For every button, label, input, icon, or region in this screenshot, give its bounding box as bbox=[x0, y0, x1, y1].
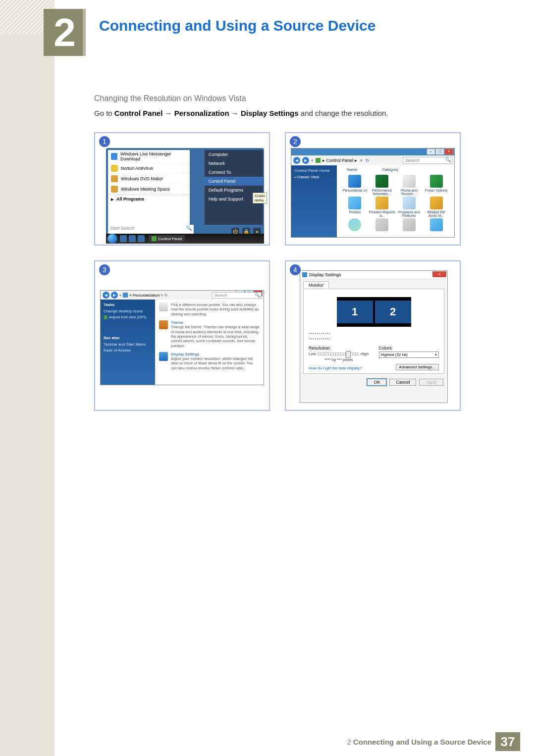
taskbar-icon[interactable] bbox=[129, 235, 136, 242]
place-control-panel[interactable]: Control Panel bbox=[205, 177, 263, 186]
cp-item[interactable] bbox=[423, 218, 449, 232]
ok-button[interactable]: OK bbox=[367, 379, 386, 386]
program-label: Norton AntiVirus bbox=[121, 166, 153, 171]
cp-item-realtek[interactable]: Realtek HD Audio M... bbox=[423, 197, 449, 217]
personalization-main: Pick a different mouse pointer. You can … bbox=[155, 300, 264, 385]
program-item[interactable]: Windows Live Messenger Download bbox=[108, 150, 190, 163]
section-text: Adjust your monitor resolution, which ch… bbox=[171, 356, 260, 370]
monitor-tab[interactable]: Monitor bbox=[303, 281, 329, 289]
resolution-label: Resolution: bbox=[309, 346, 369, 351]
cp-item[interactable] bbox=[396, 218, 423, 232]
section-mouse-pointers[interactable]: Pick a different mouse pointer. You can … bbox=[159, 302, 260, 316]
cp-item-performance[interactable]: Performance Informatio... bbox=[369, 175, 395, 196]
generic-icon bbox=[375, 218, 388, 231]
screenshot-3: 3 – ▢ × ◄ ► ▾ « Personalization ▾↻ Se bbox=[94, 260, 270, 411]
col-category[interactable]: Category bbox=[382, 167, 398, 172]
advanced-settings-button[interactable]: Advanced Settings... bbox=[396, 364, 439, 370]
cp-item-personalization[interactable]: Personalizati on bbox=[342, 175, 368, 196]
taskbar-start-link[interactable]: Taskbar and Start Menu bbox=[104, 342, 158, 347]
mouse-icon bbox=[159, 302, 168, 311]
program-item[interactable]: Norton AntiVirus bbox=[108, 163, 190, 174]
problem-icon bbox=[375, 197, 388, 209]
forward-button[interactable]: ► bbox=[111, 292, 118, 299]
section-display-settings[interactable]: Display SettingsAdjust your monitor reso… bbox=[159, 352, 260, 370]
footer-page-number: 37 bbox=[495, 732, 520, 751]
screenshot-4: 4 Display Settings × Monitor 1 2 *******… bbox=[285, 260, 461, 411]
cancel-button[interactable]: Cancel bbox=[389, 379, 416, 386]
slider-low: Low bbox=[309, 352, 316, 356]
realtek-icon bbox=[430, 197, 443, 209]
section-text: Pick a different mouse pointer. You can … bbox=[171, 302, 260, 316]
back-button[interactable]: ◄ bbox=[293, 157, 300, 164]
path-control-panel: Control Panel bbox=[114, 109, 163, 117]
taskbar-button-control-panel[interactable]: Control Panel bbox=[149, 235, 185, 242]
search-input[interactable]: Search bbox=[212, 292, 262, 299]
norton-icon bbox=[111, 165, 118, 172]
dialog-pane: 1 2 *********** *********** Resolution: … bbox=[303, 289, 444, 374]
window-controls: – ▢ × bbox=[427, 149, 453, 155]
adjust-font-size-link[interactable]: Adjust font size (DPI) bbox=[104, 315, 158, 319]
resolution-slider[interactable]: Low High bbox=[309, 352, 369, 356]
start-orb-icon[interactable] bbox=[107, 234, 117, 244]
taskbar-icon[interactable] bbox=[138, 235, 145, 242]
footer-chapter-num: 2 bbox=[347, 738, 351, 746]
taskbar-icon[interactable] bbox=[120, 235, 127, 242]
program-item[interactable]: Windows Meeting Space bbox=[108, 184, 190, 195]
cp-item-power[interactable]: Power Options bbox=[423, 175, 449, 196]
program-item[interactable]: Windows DVD Maker bbox=[108, 174, 190, 184]
cp-item[interactable] bbox=[369, 218, 395, 232]
cp-item-problem[interactable]: Problem Reports a... bbox=[369, 197, 395, 217]
screenshot-grid: 1 Windows Live Messenger Download Norton… bbox=[94, 132, 481, 411]
path-personalization: Personalization bbox=[174, 109, 229, 117]
section-theme[interactable]: ThemeChange the theme. Themes can change… bbox=[159, 320, 260, 348]
start-menu-places: Computer Network Connect To Control Pane… bbox=[205, 150, 263, 225]
display-icon bbox=[159, 352, 168, 361]
step-badge-2: 2 bbox=[290, 136, 301, 147]
minimize-button[interactable]: – bbox=[427, 149, 435, 155]
dialog-buttons: OK Cancel Apply bbox=[300, 377, 447, 388]
slider-thumb[interactable] bbox=[346, 351, 351, 358]
dialog-titlebar: Display Settings bbox=[300, 271, 447, 279]
monitor-preview[interactable]: 1 2 bbox=[337, 297, 411, 327]
cp-item-programs[interactable]: Programs and Features bbox=[396, 197, 423, 217]
maximize-button[interactable]: ▢ bbox=[435, 149, 444, 155]
arrow-icon: → bbox=[165, 109, 172, 117]
monitor-1[interactable]: 1 bbox=[337, 301, 373, 323]
breadcrumb[interactable]: ▸ Control Panel ▸ bbox=[322, 158, 357, 163]
all-programs[interactable]: All Programs bbox=[108, 195, 190, 203]
breadcrumb[interactable]: « Personalization bbox=[129, 293, 160, 298]
control-panel-window: – ▢ × ◄ ► ▾ ▸ Control Panel ▸ ▾ ↻ Search bbox=[291, 148, 455, 238]
colors-select[interactable]: Highest (32 bit) bbox=[379, 352, 439, 358]
messenger-icon bbox=[111, 153, 117, 160]
place-network[interactable]: Network bbox=[205, 159, 263, 168]
back-button[interactable]: ◄ bbox=[103, 292, 109, 299]
dialog-title: Display Settings bbox=[309, 272, 341, 277]
address-bar: ◄ ► ▾ ▸ Control Panel ▸ ▾ ↻ Search bbox=[291, 155, 454, 165]
path-display-settings: Display Settings bbox=[241, 109, 299, 117]
search-input[interactable]: Search bbox=[403, 157, 452, 164]
page-footer: 2 Connecting and Using a Source Device 3… bbox=[54, 732, 535, 751]
best-display-link[interactable]: How do I get the best display? bbox=[309, 366, 362, 370]
close-button[interactable]: × bbox=[444, 149, 453, 155]
forward-button[interactable]: ► bbox=[302, 157, 309, 164]
close-button[interactable]: × bbox=[432, 271, 446, 277]
change-desktop-icons-link[interactable]: Change desktop icons bbox=[104, 309, 158, 313]
address-bar: ◄ ► ▾ « Personalization ▾↻ Search bbox=[101, 291, 264, 300]
place-computer[interactable]: Computer bbox=[205, 150, 263, 159]
start-menu-programs: Windows Live Messenger Download Norton A… bbox=[108, 150, 190, 225]
cp-item[interactable] bbox=[342, 218, 368, 232]
step-badge-1: 1 bbox=[99, 136, 110, 147]
section-title: Theme bbox=[171, 320, 260, 325]
place-connect-to[interactable]: Connect To bbox=[205, 168, 263, 177]
apply-button[interactable]: Apply bbox=[419, 379, 443, 386]
cp-classic-view-link[interactable]: Classic View bbox=[294, 175, 340, 179]
slider-high: High bbox=[361, 352, 369, 356]
slider-track[interactable] bbox=[318, 353, 359, 355]
monitor-2[interactable]: 2 bbox=[375, 301, 411, 323]
section-title: Display Settings bbox=[171, 352, 260, 356]
col-name[interactable]: Name bbox=[347, 167, 357, 172]
cp-home-link[interactable]: Control Panel Home bbox=[294, 168, 340, 173]
cp-item-printers[interactable]: Printers bbox=[342, 197, 368, 217]
cp-item-phone[interactable]: Phone and Modem ... bbox=[396, 175, 423, 196]
ease-of-access-link[interactable]: Ease of Access bbox=[104, 348, 158, 353]
